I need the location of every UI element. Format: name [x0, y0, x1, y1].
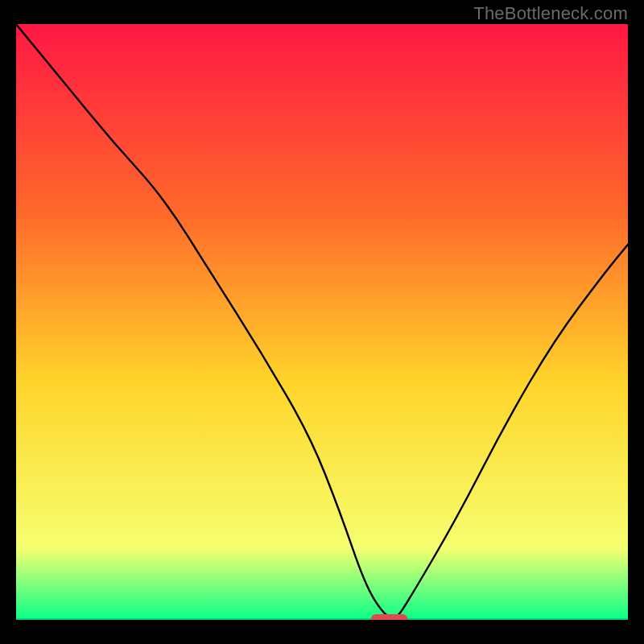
- gradient-bg: [16, 24, 628, 620]
- bottleneck-chart: [16, 24, 628, 620]
- watermark-text: TheBottleneck.com: [473, 3, 628, 24]
- chart-plot-area: [16, 24, 628, 620]
- optimal-marker: [371, 614, 408, 620]
